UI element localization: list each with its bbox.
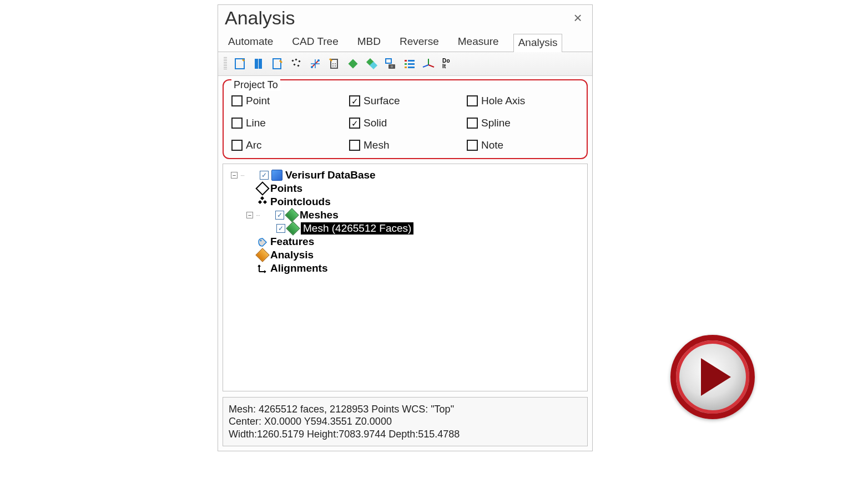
toolbar-calc-icon[interactable] <box>326 55 342 72</box>
checkbox-hole-axis-label: Hole Axis <box>481 95 525 107</box>
features-icon <box>258 237 268 247</box>
toolbar-edit-icon[interactable] <box>269 55 286 72</box>
svg-rect-2 <box>259 59 262 69</box>
project-to-label: Project To <box>231 79 280 91</box>
info-line-1: Mesh: 4265512 faces, 2128953 Points WCS:… <box>229 403 582 416</box>
svg-rect-27 <box>408 67 415 68</box>
toolbar-book-icon[interactable] <box>250 55 267 72</box>
svg-point-28 <box>260 240 262 242</box>
play-icon <box>701 358 731 396</box>
checkbox-solid-label: Solid <box>364 117 387 129</box>
checkbox-spline[interactable]: Spline <box>467 117 579 129</box>
info-line-3: Width:1260.5179 Height:7083.9744 Depth:5… <box>229 428 582 441</box>
tree-analysis-label: Analysis <box>270 249 314 261</box>
svg-rect-16 <box>349 59 358 69</box>
tree-item-mesh-selected[interactable]: ✓ Mesh (4265512 Faces) <box>226 222 584 235</box>
mesh-icon <box>286 221 300 235</box>
toolbar-grip[interactable] <box>224 57 227 70</box>
tab-bar: Automate CAD Tree MBD Reverse Measure An… <box>218 29 592 52</box>
checkbox-note-label: Note <box>481 139 503 151</box>
checkbox-hole-axis[interactable]: Hole Axis <box>467 95 579 107</box>
checkbox-solid[interactable]: ✓Solid <box>349 117 461 129</box>
checkbox-mesh-label: Mesh <box>364 139 389 151</box>
checkbox-line[interactable]: Line <box>231 117 344 129</box>
svg-rect-6 <box>298 60 300 62</box>
tree-item-pointclouds[interactable]: Pointclouds <box>226 195 584 208</box>
tab-mbd[interactable]: MBD <box>353 33 385 52</box>
checkbox-note[interactable]: Note <box>467 139 579 151</box>
svg-point-15 <box>335 65 336 67</box>
tree-features-label: Features <box>270 236 314 248</box>
checkbox-point-label: Point <box>246 95 270 107</box>
toolbar-report-icon[interactable] <box>231 55 248 72</box>
svg-rect-8 <box>297 64 299 67</box>
toolbar-diamond-copy-icon[interactable] <box>364 55 380 72</box>
tree-checkbox[interactable]: ✓ <box>260 171 269 180</box>
tree-item-analysis[interactable]: Analysis <box>226 248 584 262</box>
svg-rect-5 <box>295 58 297 60</box>
svg-rect-4 <box>291 59 294 62</box>
toolbar-diamond-green-icon[interactable] <box>345 55 361 72</box>
project-to-group: Project To Point ✓Surface Hole Axis Line… <box>223 79 588 159</box>
tree-checkbox[interactable]: ✓ <box>276 224 285 233</box>
toolbar: DoIt <box>218 52 592 76</box>
tab-automate[interactable]: Automate <box>224 33 277 52</box>
tree-meshes-label: Meshes <box>300 209 339 221</box>
svg-point-10 <box>317 59 320 62</box>
checkbox-point[interactable]: Point <box>231 95 344 107</box>
database-icon <box>271 170 282 181</box>
svg-point-21 <box>391 65 393 68</box>
tree-alignments-label: Alignments <box>270 262 327 274</box>
svg-point-9 <box>311 66 313 68</box>
svg-rect-1 <box>255 59 258 69</box>
tab-analysis[interactable]: Analysis <box>513 34 563 52</box>
tree-checkbox[interactable]: ✓ <box>275 211 284 220</box>
checkbox-arc[interactable]: Arc <box>231 139 344 151</box>
play-button[interactable] <box>670 335 755 419</box>
svg-rect-19 <box>386 59 391 63</box>
checkbox-arc-label: Arc <box>246 139 262 151</box>
svg-rect-26 <box>405 67 407 68</box>
svg-rect-7 <box>293 63 295 65</box>
checkbox-mesh[interactable]: Mesh <box>349 139 461 151</box>
toolbar-list-icon[interactable] <box>401 55 418 72</box>
toolbar-axes-icon[interactable] <box>420 55 437 72</box>
tree-pointclouds-label: Pointclouds <box>270 196 331 208</box>
svg-point-12 <box>332 63 334 64</box>
checkbox-spline-label: Spline <box>481 117 511 129</box>
svg-rect-25 <box>408 63 415 65</box>
point-icon <box>255 181 269 195</box>
database-tree[interactable]: − ··· ✓ Verisurf DataBase Points Pointcl… <box>223 164 588 391</box>
tree-root-label: Verisurf DataBase <box>285 169 376 181</box>
toolbar-align-icon[interactable] <box>307 55 324 72</box>
alignments-icon <box>258 263 268 273</box>
tree-item-meshes[interactable]: − ··· ✓ Meshes <box>226 208 584 222</box>
svg-rect-3 <box>273 59 281 69</box>
tree-item-alignments[interactable]: Alignments <box>226 262 584 275</box>
tree-root[interactable]: − ··· ✓ Verisurf DataBase <box>226 169 584 182</box>
close-icon[interactable]: × <box>570 9 586 27</box>
project-to-grid: Point ✓Surface Hole Axis Line ✓Solid Spl… <box>231 95 579 151</box>
analysis-icon <box>255 248 269 262</box>
tree-item-points[interactable]: Points <box>226 182 584 195</box>
toolbar-pointcloud-icon[interactable] <box>288 55 305 72</box>
info-line-2: Center: X0.0000 Y594.3551 Z0.0000 <box>229 415 582 428</box>
panel-header: Analysis × <box>218 5 592 29</box>
tree-points-label: Points <box>270 182 302 195</box>
tree-connector: ··· <box>256 211 272 219</box>
pointcloud-icon <box>258 197 268 207</box>
collapse-icon[interactable]: − <box>231 172 238 179</box>
analysis-panel: Analysis × Automate CAD Tree MBD Reverse… <box>218 4 593 451</box>
checkbox-line-label: Line <box>246 117 266 129</box>
toolbar-do-it-button[interactable]: DoIt <box>441 57 451 71</box>
tab-cad-tree[interactable]: CAD Tree <box>287 33 342 52</box>
tab-reverse[interactable]: Reverse <box>395 33 443 52</box>
tree-mesh-item-label: Mesh (4265512 Faces) <box>301 222 413 235</box>
tree-item-features[interactable]: Features <box>226 235 584 248</box>
collapse-icon[interactable]: − <box>246 212 253 218</box>
toolbar-camera-icon[interactable] <box>382 55 399 72</box>
svg-point-13 <box>335 63 336 64</box>
checkbox-surface[interactable]: ✓Surface <box>349 95 461 107</box>
tree-connector: ··· <box>240 171 257 179</box>
tab-measure[interactable]: Measure <box>453 33 503 52</box>
